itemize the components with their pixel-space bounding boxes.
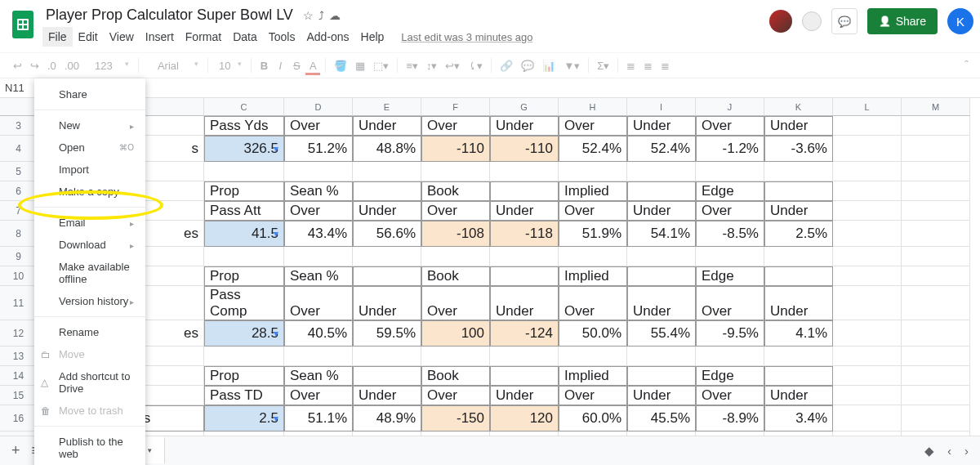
cell-M11[interactable] xyxy=(902,286,970,320)
menu-insert[interactable]: Insert xyxy=(140,27,180,47)
cell-G7[interactable]: Under xyxy=(490,201,559,221)
col-head-K[interactable]: K xyxy=(764,98,833,116)
cell-K5[interactable] xyxy=(764,162,833,181)
cell-M6[interactable] xyxy=(902,181,970,201)
cell-E11[interactable]: Under xyxy=(353,286,421,320)
menu-edit[interactable]: Edit xyxy=(73,27,104,47)
last-edit-label[interactable]: Last edit was 3 minutes ago xyxy=(401,31,532,43)
row-head-15[interactable]: 15 xyxy=(0,386,38,405)
cell-D10[interactable]: Sean % xyxy=(284,266,353,286)
cell-G6[interactable] xyxy=(490,181,559,201)
cell-I8[interactable]: 54.1% xyxy=(627,221,696,247)
cell-G13[interactable] xyxy=(490,347,559,366)
cell-M7[interactable] xyxy=(902,201,970,221)
cell-E6[interactable] xyxy=(353,181,421,201)
cell-M5[interactable] xyxy=(902,162,970,181)
cell-G8[interactable]: -118 xyxy=(490,221,559,247)
cell-E5[interactable] xyxy=(353,162,421,181)
undo-button[interactable]: ↩ xyxy=(10,56,25,75)
alignment2-icon[interactable]: ≣ xyxy=(640,56,656,75)
select-all-corner[interactable] xyxy=(0,98,38,116)
cell-G9[interactable] xyxy=(490,247,559,266)
cell-M3[interactable] xyxy=(902,116,970,136)
cell-J5[interactable] xyxy=(696,162,764,181)
cell-D16[interactable]: 51.1% xyxy=(284,405,353,431)
cell-K3[interactable]: Under xyxy=(764,116,833,136)
cell-F6[interactable]: Book xyxy=(421,181,490,201)
cell-G10[interactable] xyxy=(490,266,559,286)
cell-I7[interactable]: Under xyxy=(627,201,696,221)
text-color-button[interactable]: A xyxy=(305,56,320,75)
collaborator-avatar[interactable] xyxy=(769,10,792,33)
cell-M12[interactable] xyxy=(902,320,970,347)
cell-C7[interactable]: Pass Att xyxy=(204,201,284,221)
cell-K9[interactable] xyxy=(764,247,833,266)
cell-K6[interactable] xyxy=(764,181,833,201)
cell-H15[interactable]: Over xyxy=(559,386,627,405)
cell-G11[interactable]: Under xyxy=(490,286,559,320)
cell-E8[interactable]: 56.6% xyxy=(353,221,421,247)
col-head-I[interactable]: I xyxy=(627,98,696,116)
cell-H9[interactable] xyxy=(559,247,627,266)
cell-L13[interactable] xyxy=(833,347,902,366)
cell-H12[interactable]: 50.0% xyxy=(559,320,627,347)
menu-move-trash[interactable]: 🗑Move to trash xyxy=(34,400,145,422)
cell-E16[interactable]: 48.9% xyxy=(353,405,421,431)
cell-L6[interactable] xyxy=(833,181,902,201)
cell-J11[interactable]: Over xyxy=(696,286,764,320)
font-family-select[interactable]: Arial xyxy=(144,57,203,74)
merge-button[interactable]: ⬚▾ xyxy=(370,56,392,75)
col-head-M[interactable]: M xyxy=(902,98,970,116)
cell-D5[interactable] xyxy=(284,162,353,181)
menu-import[interactable]: Import xyxy=(34,159,145,181)
cell-E13[interactable] xyxy=(353,347,421,366)
cell-L14[interactable] xyxy=(833,366,902,386)
account-avatar[interactable]: K xyxy=(947,8,973,34)
cell-F7[interactable]: Over xyxy=(421,201,490,221)
cell-K10[interactable] xyxy=(764,266,833,286)
cell-G3[interactable]: Under xyxy=(490,116,559,136)
cell-E10[interactable] xyxy=(353,266,421,286)
cell-D14[interactable]: Sean % xyxy=(284,366,353,386)
cell-F4[interactable]: -110 xyxy=(421,136,490,162)
cell-F3[interactable]: Over xyxy=(421,116,490,136)
menu-available-offline[interactable]: Make available offline xyxy=(34,256,145,290)
cell-F12[interactable]: 100 xyxy=(421,320,490,347)
cell-F15[interactable]: Over xyxy=(421,386,490,405)
cell-I13[interactable] xyxy=(627,347,696,366)
cell-H8[interactable]: 51.9% xyxy=(559,221,627,247)
row-head-3[interactable]: 3 xyxy=(0,116,38,136)
cell-F13[interactable] xyxy=(421,347,490,366)
menu-make-a-copy[interactable]: Make a copy xyxy=(34,181,145,203)
cell-K14[interactable] xyxy=(764,366,833,386)
row-head-7[interactable]: 7 xyxy=(0,201,38,221)
menu-rename[interactable]: Rename xyxy=(34,321,145,343)
cell-M14[interactable] xyxy=(902,366,970,386)
cell-L3[interactable] xyxy=(833,116,902,136)
cell-I5[interactable] xyxy=(627,162,696,181)
cell-H11[interactable]: Over xyxy=(559,286,627,320)
cell-M8[interactable] xyxy=(902,221,970,247)
row-head-4[interactable]: 4 xyxy=(0,136,38,162)
fill-color-button[interactable]: 🪣 xyxy=(331,56,350,75)
menu-tools[interactable]: Tools xyxy=(263,27,301,47)
row-head-16[interactable]: 16 xyxy=(0,405,38,431)
cell-C3[interactable]: Pass Yds xyxy=(204,116,284,136)
cell-D8[interactable]: 43.4% xyxy=(284,221,353,247)
functions-button[interactable]: Σ▾ xyxy=(594,56,612,75)
cell-G4[interactable]: -110 xyxy=(490,136,559,162)
col-head-D[interactable]: D xyxy=(284,98,353,116)
cell-J13[interactable] xyxy=(696,347,764,366)
menu-addons[interactable]: Add-ons xyxy=(301,27,354,47)
link-button[interactable]: 🔗 xyxy=(497,56,516,75)
cell-L7[interactable] xyxy=(833,201,902,221)
chart-button[interactable]: 📊 xyxy=(539,56,559,75)
cell-F11[interactable]: Over xyxy=(421,286,490,320)
cell-J10[interactable]: Edge xyxy=(696,266,764,286)
cell-H6[interactable]: Implied xyxy=(559,181,627,201)
cell-G14[interactable] xyxy=(490,366,559,386)
col-head-C[interactable]: C xyxy=(204,98,284,116)
cell-G5[interactable] xyxy=(490,162,559,181)
explore-button[interactable]: ◆ xyxy=(924,444,934,458)
cell-K8[interactable]: 2.5% xyxy=(764,221,833,247)
